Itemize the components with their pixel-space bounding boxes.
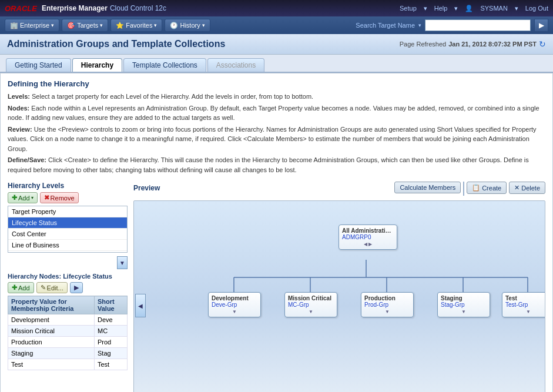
hierarchy-container: Hierarchy Levels ✚ Add ▾ ✖ Remove Target… xyxy=(8,182,545,392)
root-node-name: All Administration Gr xyxy=(342,227,394,234)
tab-hierarchy[interactable]: Hierarchy xyxy=(72,58,122,72)
left-panel: Hierarchy Levels ✚ Add ▾ ✖ Remove Target… xyxy=(8,182,128,392)
targets-btn[interactable]: 🎯 Targets ▾ xyxy=(62,19,108,32)
child-node-4[interactable]: Test Test-Grp ▼ xyxy=(502,292,545,317)
history-btn[interactable]: 🕐 History ▾ xyxy=(165,19,210,32)
nav-bar: 🏢 Enterprise ▾ 🎯 Targets ▾ ⭐ Favorites ▾… xyxy=(0,16,553,34)
content-body: Defining the Hierarchy Levels: Select a … xyxy=(0,73,553,392)
child-node-3[interactable]: Staging Stag-Grp ▼ xyxy=(437,292,490,317)
node-short-0: Deve xyxy=(95,314,128,326)
defining-title: Defining the Hierarchy xyxy=(8,79,545,88)
search-go-btn[interactable]: ▶ xyxy=(534,19,548,32)
preview-header: Preview xyxy=(133,184,160,192)
nav-down-arrow-btn[interactable]: ▼ xyxy=(117,256,128,269)
targets-arrow: ▾ xyxy=(100,22,103,28)
root-node[interactable]: All Administration Gr ADMGRP0 ◀ ▶ xyxy=(338,225,397,250)
table-row: Production Prod xyxy=(8,337,128,348)
info-section: Defining the Hierarchy Levels: Select a … xyxy=(8,79,545,175)
level-item-2[interactable]: Cost Center xyxy=(8,229,127,240)
enterprise-btn[interactable]: 🏢 Enterprise ▾ xyxy=(5,19,59,32)
preview-nav-left-btn[interactable]: ◀ xyxy=(135,294,146,317)
tab-template-collections[interactable]: Template Collections xyxy=(123,58,206,72)
table-row: Mission Critical MC xyxy=(8,326,128,337)
favorites-arrow: ▾ xyxy=(154,22,157,28)
page-header: Administration Groups and Template Colle… xyxy=(0,34,553,55)
add-level-btn[interactable]: ✚ Add ▾ xyxy=(8,192,38,203)
oracle-text: ORACLE xyxy=(5,4,37,13)
level-item-3[interactable]: Line of Business xyxy=(8,240,127,251)
refresh-time: Jan 21, 2012 8:07:32 PM PST xyxy=(448,41,537,48)
user-icon: 👤 xyxy=(465,5,473,12)
col-short: Short Value xyxy=(95,296,128,314)
plus-icon: ✚ xyxy=(12,194,17,202)
create-btn[interactable]: 📋 Create xyxy=(467,182,507,194)
level-item-0[interactable]: Target Property xyxy=(8,206,127,217)
action-btn-wrapper: Calculate Members 📋 Create ✕ Delete xyxy=(394,182,545,196)
top-bar: ORACLE Enterprise Manager Cloud Control … xyxy=(0,0,553,16)
logout-link[interactable]: Log Out xyxy=(525,5,548,12)
x-icon: ✖ xyxy=(44,194,49,202)
edit-node-btn[interactable]: ✎ Edit... xyxy=(36,282,68,293)
targets-icon: 🎯 xyxy=(67,22,75,29)
delete-icon: ✕ xyxy=(514,184,520,192)
history-icon: 🕐 xyxy=(170,22,178,29)
table-row: Development Deve xyxy=(8,314,128,326)
nav-left: 🏢 Enterprise ▾ 🎯 Targets ▾ ⭐ Favorites ▾… xyxy=(5,19,210,32)
table-row: Staging Stag xyxy=(8,348,128,359)
favorites-btn[interactable]: ⭐ Favorites ▾ xyxy=(110,19,162,32)
add-dropdown-arrow: ▾ xyxy=(31,195,33,200)
tab-getting-started[interactable]: Getting Started xyxy=(6,58,71,72)
create-icon: 📋 xyxy=(472,184,480,192)
node-short-3: Stag xyxy=(95,348,128,359)
tabs: Getting Started Hierarchy Template Colle… xyxy=(0,55,553,73)
delete-btn[interactable]: ✕ Delete xyxy=(509,182,545,194)
main-content: Getting Started Hierarchy Template Colle… xyxy=(0,55,553,392)
edit-icon: ✎ xyxy=(41,284,46,292)
col-property: Property Value for Membership Criteria xyxy=(8,296,95,314)
node-property-2: Production xyxy=(8,337,95,348)
enterprise-arrow: ▾ xyxy=(51,22,54,28)
favorites-icon: ⭐ xyxy=(116,22,124,29)
refresh-icon[interactable]: ↻ xyxy=(539,39,546,49)
levels-header: Hierarchy Levels xyxy=(8,182,128,190)
node-property-0: Development xyxy=(8,314,95,326)
add-node-btn[interactable]: ✚ Add xyxy=(8,282,34,293)
preview-panel: Preview Calculate Members 📋 Create ✕ Del xyxy=(133,182,545,392)
remove-level-btn[interactable]: ✖ Remove xyxy=(40,192,79,203)
root-node-grp: ADMGRP0 xyxy=(342,234,394,240)
defining-nodes: Nodes: Each node within a Level represen… xyxy=(8,103,545,123)
top-bar-right: Setup ▾ Help ▾ 👤 SYSMAN ▾ Log Out xyxy=(400,5,548,12)
root-node-arrows: ◀ ▶ xyxy=(342,242,394,247)
nodes-table: Property Value for Membership Criteria S… xyxy=(8,296,128,370)
table-row: Test Test xyxy=(8,359,128,370)
levels-list[interactable]: Target Property Lifecycle Status Cost Ce… xyxy=(8,206,128,253)
defining-levels: Levels: Select a target property for eac… xyxy=(8,92,545,102)
defining-review: Review: Use the <Preview> controls to zo… xyxy=(8,125,545,154)
oracle-logo: ORACLE xyxy=(5,4,39,13)
more-node-btn[interactable]: ▶ xyxy=(70,282,83,293)
page-title: Administration Groups and Template Colle… xyxy=(7,39,225,49)
enterprise-icon: 🏢 xyxy=(10,22,18,29)
child-node-0[interactable]: Development Deve-Grp ▼ xyxy=(208,292,261,317)
page-refresh: Page Refreshed Jan 21, 2012 8:07:32 PM P… xyxy=(400,39,546,49)
em-subtitle: Cloud Control 12c xyxy=(110,4,166,12)
node-property-1: Mission Critical xyxy=(8,326,95,337)
level-item-1[interactable]: Lifecycle Status xyxy=(8,217,127,229)
calculate-members-btn[interactable]: Calculate Members xyxy=(394,182,461,193)
node-short-4: Test xyxy=(95,359,128,370)
defining-define: Define/Save: Click <Create> to define th… xyxy=(8,155,545,175)
node-property-3: Staging xyxy=(8,348,95,359)
history-arrow: ▾ xyxy=(202,22,205,28)
child-node-2[interactable]: Production Prod-Grp ▼ xyxy=(361,292,414,317)
child-node-1[interactable]: Mission Critical MC-Grp ▼ xyxy=(284,292,337,317)
em-title: Enterprise Manager xyxy=(42,4,108,12)
search-input[interactable] xyxy=(425,19,531,31)
nav-right: Search Target Name ▾ ▶ xyxy=(356,19,548,32)
tab-associations: Associations xyxy=(207,58,264,72)
top-bar-left: ORACLE Enterprise Manager Cloud Control … xyxy=(5,4,166,13)
node-property-4: Test xyxy=(8,359,95,370)
user-link[interactable]: SYSMAN xyxy=(480,5,507,12)
setup-link[interactable]: Setup xyxy=(400,5,417,12)
search-label: Search Target Name xyxy=(356,22,415,29)
help-link[interactable]: Help xyxy=(434,5,448,12)
